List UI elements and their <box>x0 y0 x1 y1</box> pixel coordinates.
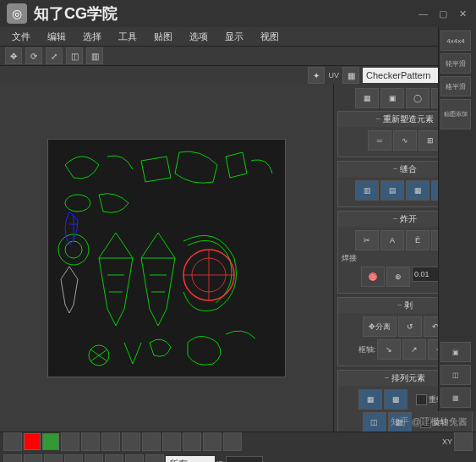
menu-mapping[interactable]: 贴图 <box>147 29 179 45</box>
bottom-toolbar: XY 所有 ID <box>0 432 476 462</box>
menu-bar: 文件 编辑 选择 工具 贴图 选项 显示 视图 <box>0 27 476 47</box>
relax-icon[interactable]: ∿ <box>393 130 417 151</box>
toolbar: ✥ ⟳ ⤢ ◫ ▥ <box>0 47 476 66</box>
b2-6[interactable] <box>105 454 123 462</box>
sel-face-icon[interactable] <box>81 432 100 451</box>
rescale-check[interactable] <box>416 394 427 405</box>
rotate-tool[interactable]: ⟳ <box>25 47 42 64</box>
uv-bar: ✦ UV ▦ CheckerPattern （棋盘 <box>0 66 476 85</box>
explode-a-icon[interactable]: A <box>380 230 404 250</box>
xy-label: XY <box>442 437 452 446</box>
grid-icon[interactable]: ▦ <box>342 67 359 84</box>
quick-box-icon[interactable]: ▣ <box>380 88 404 108</box>
r-tool-1[interactable]: ▣ <box>440 342 471 362</box>
explode-e-icon[interactable]: Ē <box>406 230 429 250</box>
b2-1[interactable] <box>3 454 22 462</box>
filter-all[interactable]: 所有 <box>166 456 215 462</box>
r-tool-3[interactable]: ▦ <box>440 388 471 408</box>
stitch-3-icon[interactable]: ▦ <box>406 180 429 201</box>
mirror-tool[interactable]: ▥ <box>86 47 103 64</box>
straighten-icon[interactable]: ═ <box>368 130 391 151</box>
soft-sel-icon[interactable] <box>122 432 140 451</box>
weld-sel-icon[interactable]: ⊕ <box>386 267 410 287</box>
b2-5[interactable] <box>85 454 103 462</box>
sel-vert-icon[interactable] <box>3 432 22 451</box>
b2-3[interactable] <box>44 454 63 462</box>
id-spinner[interactable] <box>226 456 263 462</box>
svg-point-0 <box>65 195 90 212</box>
r-4[interactable]: 贴图添加 <box>440 99 471 129</box>
ring-icon[interactable] <box>223 432 242 451</box>
color-green[interactable] <box>42 433 59 450</box>
minimize-button[interactable]: — <box>419 8 429 19</box>
grow-icon[interactable] <box>162 432 181 451</box>
r-1[interactable]: 4x4x4 <box>440 30 471 51</box>
option-icon[interactable]: ✦ <box>308 67 325 84</box>
stitch-2-icon[interactable]: ▤ <box>380 180 404 201</box>
pack-3-icon[interactable]: ◫ <box>363 412 386 432</box>
b2-2[interactable] <box>24 454 42 462</box>
svg-point-2 <box>65 241 82 258</box>
detach-button[interactable]: ✥ 分离 <box>363 316 397 337</box>
app-logo: ◎ <box>7 3 27 24</box>
b2-7[interactable] <box>125 454 144 462</box>
b2-8[interactable] <box>145 454 164 462</box>
uv-canvas[interactable] <box>47 139 286 377</box>
quick-planar-icon[interactable]: ▦ <box>355 88 379 108</box>
menu-display[interactable]: 显示 <box>218 29 250 45</box>
move-tool[interactable]: ✥ <box>5 47 22 64</box>
menu-options[interactable]: 选项 <box>183 29 215 45</box>
scale-tool[interactable]: ⤢ <box>46 47 63 64</box>
quick-cyl-icon[interactable]: ◯ <box>406 88 429 108</box>
menu-file[interactable]: 文件 <box>5 29 37 45</box>
menu-view[interactable]: 视图 <box>254 29 286 45</box>
pivot-1-icon[interactable]: ↘ <box>377 339 401 360</box>
sel-edge-icon[interactable] <box>61 432 79 451</box>
b2-4[interactable] <box>64 454 83 462</box>
weld-target-icon[interactable]: ◎ <box>361 267 385 287</box>
watermark: 知乎 @建模幼兔酱 <box>391 415 468 428</box>
paint-sel-icon[interactable] <box>142 432 161 451</box>
stitch-1-icon[interactable]: ▥ <box>355 180 379 201</box>
weld-label: 焊接 <box>342 253 357 264</box>
r-tool-2[interactable]: ◫ <box>440 365 471 385</box>
uv-viewport[interactable] <box>0 85 333 432</box>
r-3[interactable]: 格平滑 <box>440 76 471 96</box>
shrink-icon[interactable] <box>183 432 201 451</box>
freeform-tool[interactable]: ◫ <box>66 47 83 64</box>
break-icon[interactable]: ✂ <box>355 230 379 250</box>
app-title: 知了CG学院 <box>34 3 118 24</box>
pivot-label: 枢轴: <box>358 344 376 355</box>
color-red[interactable] <box>24 433 41 450</box>
xy-icon[interactable] <box>454 432 473 451</box>
menu-edit[interactable]: 编辑 <box>41 29 73 45</box>
pivot-2-icon[interactable]: ↗ <box>402 339 426 360</box>
menu-select[interactable]: 选择 <box>76 29 108 45</box>
menu-tools[interactable]: 工具 <box>112 29 144 45</box>
r-2[interactable]: 轮平滑 <box>440 53 471 74</box>
uv-label: UV <box>328 71 339 80</box>
sel-elem-icon[interactable] <box>101 432 120 451</box>
right-strip: 4x4x4 轮平滑 格平滑 贴图添加 ▣ ◫ ▦ <box>438 27 476 411</box>
loop-icon[interactable] <box>203 432 222 451</box>
pack-2-icon[interactable]: ▩ <box>384 389 408 410</box>
maximize-button[interactable]: ▢ <box>439 8 449 19</box>
close-button[interactable]: ✕ <box>459 8 469 19</box>
peel-reset-icon[interactable]: ↺ <box>398 316 422 337</box>
pack-1-icon[interactable]: ▦ <box>358 389 382 410</box>
